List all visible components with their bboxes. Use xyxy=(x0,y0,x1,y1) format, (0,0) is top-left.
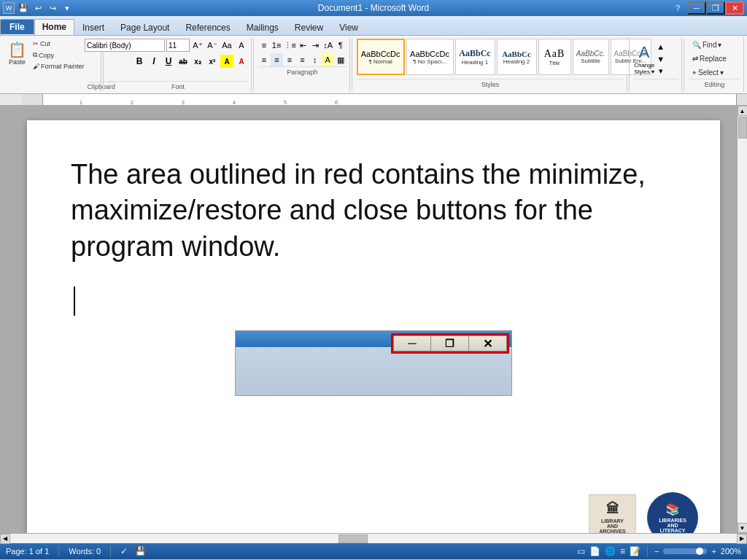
spell-check-icon[interactable]: ✓ xyxy=(120,546,128,556)
font-selector-row: A⁺ A⁻ Aa A xyxy=(85,39,248,52)
view-mode-reading[interactable]: 📄 xyxy=(589,546,600,556)
change-styles-label xyxy=(634,79,678,81)
demo-minimize-button[interactable]: ─ xyxy=(393,335,431,351)
style-heading1[interactable]: AaBbCc Heading 1 xyxy=(455,39,495,75)
font-size-input[interactable] xyxy=(166,39,190,52)
scroll-track[interactable] xyxy=(738,116,747,523)
demo-maximize-button[interactable]: ❐ xyxy=(431,335,469,351)
style-no-spacing[interactable]: AaBbCcDc ¶ No Spaci... xyxy=(406,39,454,75)
line-spacing-button[interactable]: ↕ xyxy=(309,53,321,66)
document-content[interactable]: The area outlined in red contains the mi… xyxy=(71,157,676,265)
vertical-scrollbar[interactable]: ▲ ▼ xyxy=(737,106,747,533)
align-left-button[interactable]: ≡ xyxy=(258,53,270,66)
bold-button[interactable]: B xyxy=(133,55,146,68)
help-icon[interactable]: ? xyxy=(668,1,687,15)
zoom-in-button[interactable]: + xyxy=(711,547,716,556)
tab-view[interactable]: View xyxy=(331,19,366,35)
zoom-level[interactable]: 200% xyxy=(721,547,741,556)
grow-font-button[interactable]: A⁺ xyxy=(191,39,204,52)
shading-button[interactable]: A xyxy=(322,53,333,66)
zoom-slider[interactable] xyxy=(663,548,707,554)
change-styles-button[interactable]: A ChangeStyles ▾ xyxy=(634,43,654,75)
ribbon-content: 📋 Paste ✂ Cut ⧉ Copy 🖌 Format Painter Cl… xyxy=(0,35,747,93)
scroll-thumb[interactable] xyxy=(738,117,747,139)
demo-close-button[interactable]: ✕ xyxy=(469,335,507,351)
multilevel-list-button[interactable]: ⋮≡ xyxy=(283,39,296,52)
style-heading2[interactable]: AaBbCc Heading 2 xyxy=(497,39,537,75)
paste-icon: 📋 xyxy=(8,41,26,58)
horizontal-scrollbar[interactable]: ◀ ▶ xyxy=(0,533,747,543)
scroll-down-button[interactable]: ▼ xyxy=(738,523,748,533)
undo-quick-icon[interactable]: ↩ xyxy=(32,2,44,14)
show-hide-button[interactable]: ¶ xyxy=(335,39,347,52)
customize-quick-icon[interactable]: ▾ xyxy=(61,2,73,14)
text-highlight-button[interactable]: A xyxy=(220,55,233,68)
maximize-button[interactable]: ❐ xyxy=(706,1,725,15)
save-quick-icon[interactable]: 💾 xyxy=(18,2,29,14)
find-button[interactable]: 🔍 Find▾ xyxy=(689,39,740,51)
superscript-button[interactable]: x² xyxy=(206,55,219,68)
borders-button[interactable]: ▦ xyxy=(334,53,346,66)
decrease-indent-button[interactable]: ⇤ xyxy=(297,39,309,52)
increase-indent-button[interactable]: ⇥ xyxy=(309,39,321,52)
view-mode-draft[interactable]: 📝 xyxy=(630,546,640,556)
library-archives-logo: 🏛 LIBRARY AND ARCHIVES xyxy=(589,494,636,534)
text-effects-button[interactable]: A xyxy=(235,39,248,52)
tab-insert[interactable]: Insert xyxy=(74,19,112,35)
minimize-button[interactable]: ─ xyxy=(687,1,706,15)
font-family-input[interactable] xyxy=(85,39,165,52)
h-scroll-track[interactable] xyxy=(10,534,737,543)
font-color-button[interactable]: A xyxy=(235,55,248,68)
status-bar-left: Page: 1 of 1 Words: 0 ✓ 💾 xyxy=(6,545,146,557)
words-info: Words: 0 xyxy=(69,547,101,556)
tab-home[interactable]: Home xyxy=(34,19,74,35)
tab-review[interactable]: Review xyxy=(287,19,331,35)
cut-button[interactable]: ✂ Cut xyxy=(30,39,88,49)
numbering-button[interactable]: 1≡ xyxy=(271,39,282,52)
tab-file[interactable]: File xyxy=(0,19,34,35)
window-buttons-demo: ─ ❐ ✕ xyxy=(391,333,509,354)
tab-page-layout[interactable]: Page Layout xyxy=(112,19,177,35)
ribbon-tabs: File Home Insert Page Layout References … xyxy=(0,16,747,35)
tab-references[interactable]: References xyxy=(177,19,238,35)
editing-group: 🔍 Find▾ ⇄ Replace ⌖ Select▾ Editing xyxy=(686,37,744,92)
sort-button[interactable]: ↕A xyxy=(322,39,334,52)
view-mode-print[interactable]: ▭ xyxy=(577,546,585,556)
tab-mailings[interactable]: Mailings xyxy=(239,19,287,35)
underline-button[interactable]: U xyxy=(162,55,175,68)
scissors-icon: ✂ xyxy=(33,40,39,47)
paste-button[interactable]: 📋 Paste xyxy=(4,39,30,90)
close-button[interactable]: ✕ xyxy=(725,1,744,15)
h-scroll-thumb[interactable] xyxy=(338,534,368,543)
clear-format-button[interactable]: Aa xyxy=(220,39,233,52)
replace-icon: ⇄ xyxy=(692,55,698,63)
scroll-up-button[interactable]: ▲ xyxy=(738,106,748,116)
title-bar-left: W 💾 ↩ ↪ ▾ xyxy=(3,2,73,14)
subscript-button[interactable]: x₂ xyxy=(191,55,204,68)
style-title[interactable]: AaB Title xyxy=(538,39,571,75)
align-center-button[interactable]: ≡ xyxy=(271,53,282,66)
strikethrough-button[interactable]: ab xyxy=(177,55,190,68)
copy-button[interactable]: ⧉ Copy xyxy=(30,50,88,61)
view-mode-web[interactable]: 🌐 xyxy=(605,546,616,556)
zoom-thumb[interactable] xyxy=(696,548,703,555)
replace-button[interactable]: ⇄ Replace xyxy=(689,52,740,65)
select-button[interactable]: ⌖ Select▾ xyxy=(689,66,740,79)
redo-quick-icon[interactable]: ↪ xyxy=(47,2,58,14)
justify-button[interactable]: ≡ xyxy=(296,53,308,66)
scroll-right-button[interactable]: ▶ xyxy=(737,534,747,544)
ribbon: File Home Insert Page Layout References … xyxy=(0,16,747,94)
italic-button[interactable]: I xyxy=(147,55,160,68)
align-right-button[interactable]: ≡ xyxy=(284,53,295,66)
paragraph-group-label: Paragraph xyxy=(258,66,347,76)
style-subtitle[interactable]: AaBbCc. Subtitle xyxy=(573,39,609,75)
shrink-font-button[interactable]: A⁻ xyxy=(206,39,219,52)
style-normal[interactable]: AaBbCcDc ¶ Normal xyxy=(357,39,405,75)
scroll-left-button[interactable]: ◀ xyxy=(0,534,10,544)
view-mode-outline[interactable]: ≡ xyxy=(620,546,625,556)
document-save-icon[interactable]: 💾 xyxy=(135,546,146,556)
zoom-out-button[interactable]: − xyxy=(654,547,659,556)
bullets-button[interactable]: ≡ xyxy=(258,39,270,52)
format-painter-button[interactable]: 🖌 Format Painter xyxy=(30,61,88,71)
document-area[interactable]: The area outlined in red contains the mi… xyxy=(0,106,747,533)
